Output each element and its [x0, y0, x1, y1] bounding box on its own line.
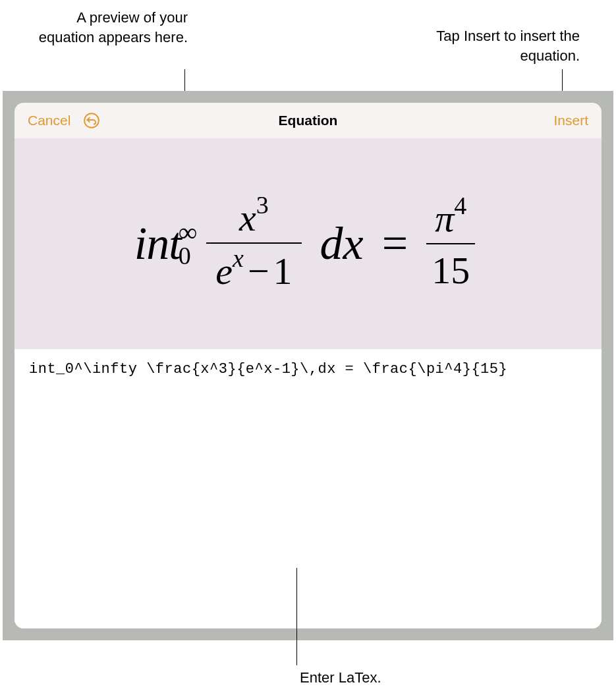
callout-input: Enter LaTex. [300, 669, 381, 686]
callout-line-input [296, 568, 297, 665]
eq-bounds: ∞ 0 [179, 221, 198, 267]
eq-upper-bound: ∞ [179, 221, 198, 244]
eq-lower-bound: 0 [179, 244, 198, 267]
callout-preview: A preview of your equation appears here. [23, 8, 188, 47]
latex-input[interactable] [29, 361, 587, 617]
eq-exp-3: 3 [256, 191, 269, 219]
undo-icon[interactable] [82, 111, 101, 130]
dialog-title: Equation [279, 113, 338, 128]
eq-fraction-2: π4 15 [426, 195, 475, 292]
equation-rendered: int ∞ 0 x3 ex−1 dx = π4 [134, 194, 482, 294]
eq-frac1-numerator: x3 [230, 194, 278, 242]
eq-exp-x: x [233, 244, 244, 272]
eq-minus: − [248, 250, 269, 292]
eq-fraction-1: x3 ex−1 [206, 194, 301, 294]
callout-insert: Tap Insert to insert the equation. [395, 26, 580, 65]
screenshot-frame: Cancel Equation Insert int ∞ 0 [3, 91, 613, 640]
insert-button[interactable]: Insert [553, 113, 588, 128]
equation-preview-area: int ∞ 0 x3 ex−1 dx = π4 [14, 138, 602, 349]
eq-equals: = [382, 217, 408, 270]
eq-frac2-denominator: 15 [426, 243, 475, 292]
eq-frac1-denominator: ex−1 [206, 242, 301, 293]
eq-frac2-numerator: π4 [430, 195, 472, 243]
svg-point-0 [85, 113, 99, 128]
eq-int-prefix: int [134, 217, 181, 270]
eq-x: x [239, 196, 256, 239]
eq-e: e [215, 250, 233, 292]
eq-pi: π [435, 197, 454, 240]
eq-one: 1 [273, 250, 293, 292]
latex-input-area[interactable] [14, 349, 602, 628]
dialog-header: Cancel Equation Insert [14, 103, 602, 138]
eq-dx: dx [320, 217, 364, 270]
eq-exp-4: 4 [454, 192, 466, 219]
cancel-button[interactable]: Cancel [28, 113, 70, 128]
equation-dialog: Cancel Equation Insert int ∞ 0 [14, 103, 602, 628]
header-left-group: Cancel [28, 111, 101, 130]
